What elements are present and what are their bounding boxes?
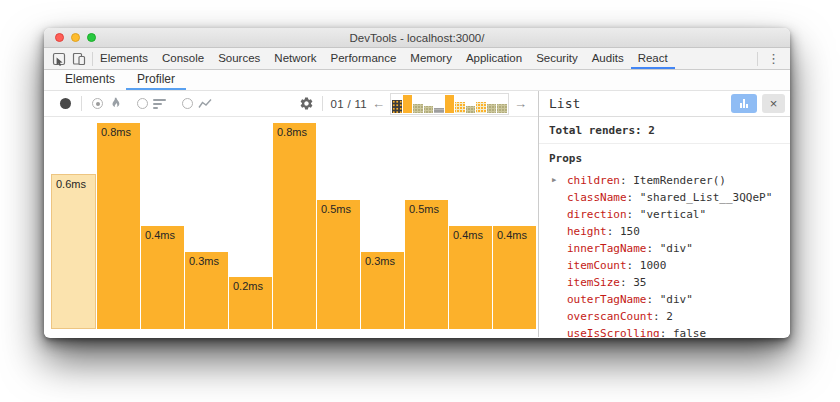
total-renders: Total renders: 2 [539,117,790,144]
props-list: ▶children: ItemRenderer()className: "sha… [539,172,790,337]
profiler-split: 01 / 11 ← → 0.6ms0.8ms0.4ms0.3ms0.2ms0.8… [44,91,790,337]
commit-bar[interactable]: 0.4ms [449,226,492,329]
prop-value: 2 [666,310,673,323]
ranked-radio[interactable] [137,98,148,109]
minimap-snapshot-bar[interactable] [403,95,413,113]
minimap-snapshot-bar[interactable] [392,100,402,113]
snapshot-minimap[interactable] [390,93,509,115]
prop-row-innerTagName: innerTagName: "div" [539,240,790,257]
prop-key: children [567,174,620,187]
tab-sources[interactable]: Sources [211,48,267,69]
commit-bar[interactable]: 0.2ms [229,277,272,329]
prop-key: useIsScrolling [567,327,660,337]
tabbar-right: ⋮ [757,48,790,69]
prop-value: 150 [620,225,640,238]
react-subtabs: ElementsProfiler [54,70,186,90]
titlebar: DevTools - localhost:3000/ [44,28,790,48]
toolbar-separator-2 [322,96,323,111]
previous-snapshot-icon[interactable]: ← [367,96,390,111]
tab-security[interactable]: Security [529,48,585,69]
prop-row-height: height: 150 [539,223,790,240]
tab-react[interactable]: React [631,48,675,69]
minimap-snapshot-bar[interactable] [413,104,423,113]
tab-elements[interactable]: Elements [93,48,155,69]
bar-duration-label: 0.4ms [145,229,175,241]
device-toolbar-icon[interactable] [72,52,86,66]
next-snapshot-icon[interactable]: → [509,96,532,111]
interactions-radio[interactable] [182,98,193,109]
more-options-icon[interactable]: ⋮ [765,52,782,65]
prop-key: height [567,225,607,238]
profiler-chart: 0.6ms0.8ms0.4ms0.3ms0.2ms0.8ms0.5ms0.3ms… [44,117,538,337]
component-details-panel: List × Total renders: 2 Props ▶children:… [538,91,790,337]
prop-row-useIsScrolling: useIsScrolling: false [539,325,790,337]
prop-value: ItemRenderer() [633,174,726,187]
minimap-snapshot-bar[interactable] [455,102,465,113]
tab-performance[interactable]: Performance [324,48,404,69]
interactions-mode-option[interactable] [182,98,212,110]
prop-value: "div" [660,242,693,255]
subtab-profiler[interactable]: Profiler [126,70,186,90]
expand-icon[interactable]: ▶ [552,172,556,189]
toolbar-separator [81,96,82,111]
snapshot-counter: 01 / 11 [331,98,367,110]
ranked-mode-option[interactable] [137,98,166,109]
flamegraph-radio[interactable] [92,98,103,109]
tab-network[interactable]: Network [267,48,323,69]
bar-duration-label: 0.5ms [409,203,439,215]
prop-key: className [567,191,627,204]
view-component-chart-button[interactable] [731,94,757,113]
tab-audits[interactable]: Audits [585,48,631,69]
prop-value: "shared_List__3QQeP" [640,191,772,204]
total-renders-value: 2 [648,124,655,137]
devtools-window: DevTools - localhost:3000/ ElementsConso… [44,28,790,338]
prop-key: outerTagName [567,293,646,306]
tab-application[interactable]: Application [459,48,529,69]
minimap-snapshot-bar[interactable] [424,106,434,113]
bar-chart-icon [740,99,748,108]
minimap-snapshot-bar[interactable] [487,104,497,113]
prop-row-children[interactable]: ▶children: ItemRenderer() [539,172,790,189]
minimap-snapshot-bar[interactable] [497,104,507,113]
close-icon: × [770,97,778,110]
gear-icon[interactable] [299,96,314,111]
details-header: List × [539,91,790,117]
flamegraph-mode-option[interactable] [92,97,121,110]
prop-key: itemCount [567,259,627,272]
bar-duration-label: 0.5ms [321,203,351,215]
bar-duration-label: 0.4ms [497,229,527,241]
prop-value: "div" [660,293,693,306]
tab-memory[interactable]: Memory [403,48,459,69]
minimap-snapshot-bar[interactable] [445,95,455,113]
devtools-tabbar: ElementsConsoleSourcesNetworkPerformance… [44,48,790,70]
prop-value: false [673,327,706,337]
commit-bar[interactable]: 0.8ms [273,123,316,329]
minimap-snapshot-bar[interactable] [434,108,444,113]
inspect-element-icon[interactable] [52,52,66,66]
commit-bar[interactable]: 0.4ms [141,226,184,329]
commit-bar[interactable]: 0.3ms [185,252,228,329]
prop-value: "vertical" [640,208,706,221]
bar-duration-label: 0.2ms [233,280,263,292]
commit-bar[interactable]: 0.5ms [405,200,448,329]
close-details-button[interactable]: × [762,94,785,113]
commit-bar[interactable]: 0.5ms [317,200,360,329]
commit-bar[interactable]: 0.3ms [361,252,404,329]
commit-bar[interactable]: 0.8ms [97,123,140,329]
prop-key: itemSize [567,276,620,289]
prop-row-itemSize: itemSize: 35 [539,274,790,291]
prop-value: 1000 [640,259,667,272]
tab-console[interactable]: Console [155,48,211,69]
bar-duration-label: 0.8ms [101,126,131,138]
prop-row-outerTagName: outerTagName: "div" [539,291,790,308]
record-icon[interactable] [60,98,71,109]
minimap-snapshot-bar[interactable] [466,106,476,113]
props-title: Props [539,151,790,172]
profiler-toolbar: 01 / 11 ← → [44,91,538,117]
commit-bar[interactable]: 0.4ms [493,226,536,329]
minimap-snapshot-bar[interactable] [476,102,486,113]
subtab-elements[interactable]: Elements [54,70,126,90]
tabbar-left-icons [44,48,92,69]
line-chart-icon [198,98,212,110]
commit-bar[interactable]: 0.6ms [51,174,96,329]
